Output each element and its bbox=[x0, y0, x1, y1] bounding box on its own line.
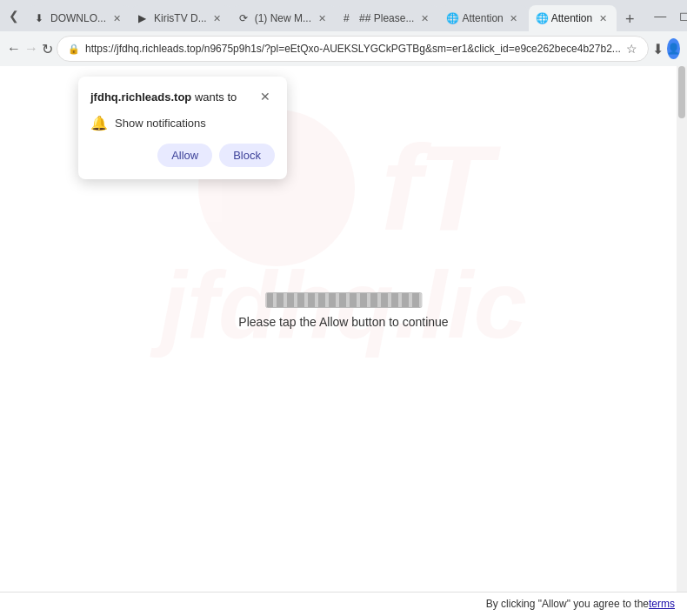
tab-4-close[interactable]: ✕ bbox=[417, 11, 431, 25]
tab-5-close[interactable]: ✕ bbox=[507, 11, 521, 25]
tab-2-title: KirisTV D... bbox=[154, 12, 207, 24]
browser-menu-icon[interactable]: ⋮ bbox=[684, 39, 687, 58]
tab-3-favicon: ⟳ bbox=[239, 12, 251, 24]
progress-area: Please tap the Allow button to continue bbox=[238, 292, 448, 329]
scrollbar[interactable] bbox=[677, 66, 687, 592]
refresh-button[interactable]: ↻ bbox=[42, 37, 53, 61]
terms-link[interactable]: terms bbox=[649, 598, 675, 611]
tab-2-favicon: ▶ bbox=[138, 12, 150, 24]
tab-4-favicon: # bbox=[344, 12, 356, 24]
window-controls: — ◻ ✕ bbox=[649, 4, 687, 27]
download-icon[interactable]: ⬇ bbox=[652, 37, 664, 61]
tab-bar-left: ❮ bbox=[3, 5, 24, 26]
profile-icon[interactable]: 👤 bbox=[667, 38, 680, 59]
tab-2-close[interactable]: ✕ bbox=[210, 11, 224, 25]
notification-popup-header: jfdhq.richleads.top wants to ✕ bbox=[90, 87, 275, 106]
tab-1-favicon: ⬇ bbox=[35, 12, 47, 24]
tab-6[interactable]: 🌐 Attention ✕ bbox=[529, 5, 617, 31]
tab-5[interactable]: 🌐 Attention ✕ bbox=[439, 5, 527, 31]
tab-1-close[interactable]: ✕ bbox=[110, 11, 123, 25]
watermark-text-big: fT bbox=[381, 117, 489, 258]
tab-6-favicon: 🌐 bbox=[536, 12, 548, 24]
notification-popup-title: jfdhq.richleads.top wants to bbox=[90, 90, 237, 104]
progress-bar-fill bbox=[266, 293, 421, 307]
block-button[interactable]: Block bbox=[219, 144, 275, 167]
lock-icon: 🔒 bbox=[68, 44, 80, 55]
notification-popup-site: jfdhq.richleads.top bbox=[90, 90, 191, 104]
tab-3-close[interactable]: ✕ bbox=[315, 11, 329, 25]
new-tab-button[interactable]: + bbox=[617, 7, 642, 31]
bell-icon: 🔔 bbox=[90, 115, 108, 131]
tab-1-title: DOWNLO... bbox=[50, 12, 106, 24]
tab-5-favicon: 🌐 bbox=[446, 12, 458, 24]
notification-popup-wants-to: wants to bbox=[191, 90, 237, 104]
address-text: https://jfdhq.richleads.top/n9675p9h1s/?… bbox=[85, 43, 621, 55]
tab-bar-back-icon: ❮ bbox=[3, 5, 24, 26]
bottom-bar-text: By clicking "Allow" you agree to the bbox=[486, 598, 649, 611]
notification-popup: jfdhq.richleads.top wants to ✕ 🔔 Show no… bbox=[78, 77, 287, 179]
notification-popup-item: 🔔 Show notifications bbox=[90, 115, 275, 131]
tab-2[interactable]: ▶ KirisTV D... ✕ bbox=[131, 5, 231, 31]
bookmark-icon[interactable]: ☆ bbox=[626, 42, 637, 56]
notification-popup-item-text: Show notifications bbox=[115, 117, 206, 130]
forward-button[interactable]: → bbox=[24, 37, 38, 61]
back-button[interactable]: ← bbox=[7, 37, 21, 61]
tabs-container: ⬇ DOWNLO... ✕ ▶ KirisTV D... ✕ ⟳ (1) New… bbox=[28, 0, 642, 31]
tab-4[interactable]: # ## Please... ✕ bbox=[337, 5, 438, 31]
tab-3-title: (1) New M... bbox=[255, 12, 311, 24]
allow-button[interactable]: Allow bbox=[157, 144, 212, 167]
maximize-button[interactable]: ◻ bbox=[673, 4, 687, 27]
tab-6-title: Attention bbox=[551, 12, 592, 24]
address-bar-row: ← → ↻ 🔒 https://jfdhq.richleads.top/n967… bbox=[0, 31, 687, 66]
scrollbar-thumb[interactable] bbox=[678, 66, 685, 118]
tab-3[interactable]: ⟳ (1) New M... ✕ bbox=[232, 5, 336, 31]
notification-popup-close-button[interactable]: ✕ bbox=[256, 87, 275, 106]
minimize-button[interactable]: — bbox=[649, 4, 671, 27]
content-area: fT jfdhq.lic Please tap the Allow button… bbox=[0, 66, 687, 592]
address-bar[interactable]: 🔒 https://jfdhq.richleads.top/n9675p9h1s… bbox=[57, 36, 649, 62]
progress-bar bbox=[265, 292, 422, 308]
bottom-bar: By clicking "Allow" you agree to the ter… bbox=[0, 592, 687, 616]
tab-6-close[interactable]: ✕ bbox=[596, 11, 610, 25]
tab-5-title: Attention bbox=[462, 12, 503, 24]
tab-bar: ❮ ⬇ DOWNLO... ✕ ▶ KirisTV D... ✕ ⟳ (1) N… bbox=[0, 0, 687, 31]
browser-window: ❮ ⬇ DOWNLO... ✕ ▶ KirisTV D... ✕ ⟳ (1) N… bbox=[0, 0, 687, 616]
tab-1[interactable]: ⬇ DOWNLO... ✕ bbox=[28, 5, 130, 31]
notification-popup-buttons: Allow Block bbox=[90, 144, 275, 167]
tab-4-title: ## Please... bbox=[359, 12, 414, 24]
progress-text: Please tap the Allow button to continue bbox=[238, 315, 448, 329]
